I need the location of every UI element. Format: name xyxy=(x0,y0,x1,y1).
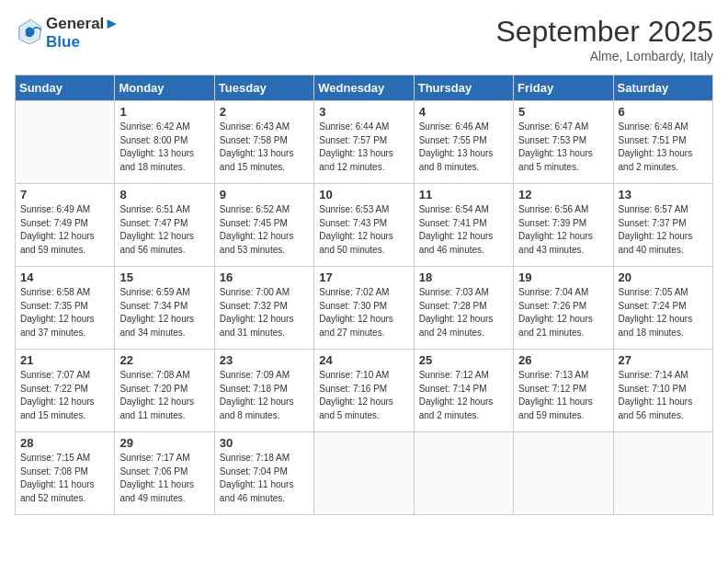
page-header: General► Blue September 2025 Alme, Lomba… xyxy=(15,15,713,63)
day-info: Sunrise: 6:53 AM Sunset: 7:43 PM Dayligh… xyxy=(319,203,408,257)
day-number: 8 xyxy=(119,188,209,201)
col-header-sunday: Sunday xyxy=(16,75,115,101)
calendar-cell: 9Sunrise: 6:52 AM Sunset: 7:45 PM Daylig… xyxy=(214,184,313,267)
calendar-cell: 18Sunrise: 7:03 AM Sunset: 7:28 PM Dayli… xyxy=(414,267,513,350)
location: Alme, Lombardy, Italy xyxy=(495,49,713,63)
calendar-week-3: 14Sunrise: 6:58 AM Sunset: 7:35 PM Dayli… xyxy=(16,267,713,350)
calendar-cell: 8Sunrise: 6:51 AM Sunset: 7:47 PM Daylig… xyxy=(115,184,214,267)
day-number: 15 xyxy=(119,270,209,284)
calendar-cell: 1Sunrise: 6:42 AM Sunset: 8:00 PM Daylig… xyxy=(115,101,214,184)
day-number: 16 xyxy=(220,270,309,284)
day-info: Sunrise: 7:04 AM Sunset: 7:26 PM Dayligh… xyxy=(518,286,608,339)
calendar-cell: 24Sunrise: 7:10 AM Sunset: 7:16 PM Dayli… xyxy=(314,350,414,432)
day-info: Sunrise: 7:10 AM Sunset: 7:16 PM Dayligh… xyxy=(319,369,408,422)
calendar-cell: 16Sunrise: 7:00 AM Sunset: 7:32 PM Dayli… xyxy=(214,267,313,350)
title-block: September 2025 Alme, Lombardy, Italy xyxy=(495,15,713,63)
calendar-cell: 28Sunrise: 7:15 AM Sunset: 7:08 PM Dayli… xyxy=(16,432,115,515)
calendar-week-5: 28Sunrise: 7:15 AM Sunset: 7:08 PM Dayli… xyxy=(16,432,713,515)
day-number: 4 xyxy=(419,105,508,119)
calendar-week-4: 21Sunrise: 7:07 AM Sunset: 7:22 PM Dayli… xyxy=(16,350,713,432)
calendar-cell: 23Sunrise: 7:09 AM Sunset: 7:18 PM Dayli… xyxy=(214,350,313,432)
day-number: 27 xyxy=(619,353,708,367)
day-info: Sunrise: 6:51 AM Sunset: 7:47 PM Dayligh… xyxy=(119,203,209,257)
day-number: 17 xyxy=(319,270,408,284)
day-number: 22 xyxy=(119,353,209,367)
calendar-cell: 17Sunrise: 7:02 AM Sunset: 7:30 PM Dayli… xyxy=(314,267,414,350)
calendar-cell: 14Sunrise: 6:58 AM Sunset: 7:35 PM Dayli… xyxy=(16,267,115,350)
day-number: 1 xyxy=(119,105,209,119)
day-info: Sunrise: 7:14 AM Sunset: 7:10 PM Dayligh… xyxy=(619,369,708,422)
day-number: 25 xyxy=(419,353,508,367)
calendar-cell: 5Sunrise: 6:47 AM Sunset: 7:53 PM Daylig… xyxy=(514,101,613,184)
day-number: 6 xyxy=(619,105,708,119)
day-info: Sunrise: 6:57 AM Sunset: 7:37 PM Dayligh… xyxy=(619,203,708,257)
day-number: 21 xyxy=(20,353,109,367)
calendar-cell: 10Sunrise: 6:53 AM Sunset: 7:43 PM Dayli… xyxy=(314,184,414,267)
day-number: 10 xyxy=(319,188,408,201)
day-info: Sunrise: 7:07 AM Sunset: 7:22 PM Dayligh… xyxy=(20,369,109,422)
day-info: Sunrise: 6:56 AM Sunset: 7:39 PM Dayligh… xyxy=(518,203,608,257)
logo-blue: Blue xyxy=(46,33,119,52)
day-info: Sunrise: 6:48 AM Sunset: 7:51 PM Dayligh… xyxy=(619,121,708,174)
day-info: Sunrise: 7:17 AM Sunset: 7:06 PM Dayligh… xyxy=(119,452,209,505)
calendar-cell: 21Sunrise: 7:07 AM Sunset: 7:22 PM Dayli… xyxy=(16,350,115,432)
day-number: 9 xyxy=(220,188,309,201)
day-info: Sunrise: 6:58 AM Sunset: 7:35 PM Dayligh… xyxy=(20,286,109,339)
day-number: 7 xyxy=(20,188,109,201)
calendar-cell xyxy=(613,432,712,515)
logo: General► Blue xyxy=(15,15,119,51)
day-number: 13 xyxy=(619,188,708,201)
day-number: 18 xyxy=(419,270,508,284)
calendar-header-row: SundayMondayTuesdayWednesdayThursdayFrid… xyxy=(16,75,713,101)
day-info: Sunrise: 7:18 AM Sunset: 7:04 PM Dayligh… xyxy=(220,452,309,505)
day-number: 20 xyxy=(619,270,708,284)
calendar-cell: 6Sunrise: 6:48 AM Sunset: 7:51 PM Daylig… xyxy=(613,101,712,184)
day-info: Sunrise: 6:54 AM Sunset: 7:41 PM Dayligh… xyxy=(419,203,508,257)
day-number: 14 xyxy=(20,270,109,284)
day-info: Sunrise: 7:00 AM Sunset: 7:32 PM Dayligh… xyxy=(220,286,309,339)
col-header-thursday: Thursday xyxy=(414,75,513,101)
day-number: 30 xyxy=(220,436,309,450)
day-number: 11 xyxy=(419,188,508,201)
day-info: Sunrise: 6:59 AM Sunset: 7:34 PM Dayligh… xyxy=(119,286,209,339)
logo-general: General xyxy=(46,15,104,32)
calendar-table: SundayMondayTuesdayWednesdayThursdayFrid… xyxy=(15,75,713,515)
calendar-cell xyxy=(514,432,613,515)
calendar-cell: 4Sunrise: 6:46 AM Sunset: 7:55 PM Daylig… xyxy=(414,101,513,184)
calendar-cell: 11Sunrise: 6:54 AM Sunset: 7:41 PM Dayli… xyxy=(414,184,513,267)
day-info: Sunrise: 7:13 AM Sunset: 7:12 PM Dayligh… xyxy=(518,369,608,422)
calendar-cell: 13Sunrise: 6:57 AM Sunset: 7:37 PM Dayli… xyxy=(613,184,712,267)
calendar-cell xyxy=(16,101,115,184)
calendar-cell: 19Sunrise: 7:04 AM Sunset: 7:26 PM Dayli… xyxy=(514,267,613,350)
calendar-cell: 12Sunrise: 6:56 AM Sunset: 7:39 PM Dayli… xyxy=(514,184,613,267)
day-info: Sunrise: 7:05 AM Sunset: 7:24 PM Dayligh… xyxy=(619,286,708,339)
calendar-cell: 26Sunrise: 7:13 AM Sunset: 7:12 PM Dayli… xyxy=(514,350,613,432)
logo-blue-suffix: ► xyxy=(104,15,119,32)
day-info: Sunrise: 6:52 AM Sunset: 7:45 PM Dayligh… xyxy=(220,203,309,257)
day-info: Sunrise: 7:08 AM Sunset: 7:20 PM Dayligh… xyxy=(119,369,209,422)
day-number: 23 xyxy=(220,353,309,367)
day-number: 24 xyxy=(319,353,408,367)
day-number: 5 xyxy=(518,105,608,119)
day-info: Sunrise: 7:02 AM Sunset: 7:30 PM Dayligh… xyxy=(319,286,408,339)
calendar-cell: 7Sunrise: 6:49 AM Sunset: 7:49 PM Daylig… xyxy=(16,184,115,267)
day-number: 26 xyxy=(518,353,608,367)
calendar-week-2: 7Sunrise: 6:49 AM Sunset: 7:49 PM Daylig… xyxy=(16,184,713,267)
day-info: Sunrise: 7:12 AM Sunset: 7:14 PM Dayligh… xyxy=(419,369,508,422)
calendar-cell: 20Sunrise: 7:05 AM Sunset: 7:24 PM Dayli… xyxy=(613,267,712,350)
calendar-cell: 15Sunrise: 6:59 AM Sunset: 7:34 PM Dayli… xyxy=(115,267,214,350)
day-number: 12 xyxy=(518,188,608,201)
day-info: Sunrise: 6:47 AM Sunset: 7:53 PM Dayligh… xyxy=(518,121,608,174)
day-number: 2 xyxy=(220,105,309,119)
day-number: 28 xyxy=(20,436,109,450)
col-header-saturday: Saturday xyxy=(613,75,712,101)
col-header-friday: Friday xyxy=(514,75,613,101)
calendar-cell: 25Sunrise: 7:12 AM Sunset: 7:14 PM Dayli… xyxy=(414,350,513,432)
col-header-monday: Monday xyxy=(115,75,214,101)
calendar-week-1: 1Sunrise: 6:42 AM Sunset: 8:00 PM Daylig… xyxy=(16,101,713,184)
calendar-cell: 2Sunrise: 6:43 AM Sunset: 7:58 PM Daylig… xyxy=(214,101,313,184)
day-info: Sunrise: 6:49 AM Sunset: 7:49 PM Dayligh… xyxy=(20,203,109,257)
col-header-tuesday: Tuesday xyxy=(214,75,313,101)
day-info: Sunrise: 7:03 AM Sunset: 7:28 PM Dayligh… xyxy=(419,286,508,339)
calendar-body: 1Sunrise: 6:42 AM Sunset: 8:00 PM Daylig… xyxy=(16,101,713,515)
